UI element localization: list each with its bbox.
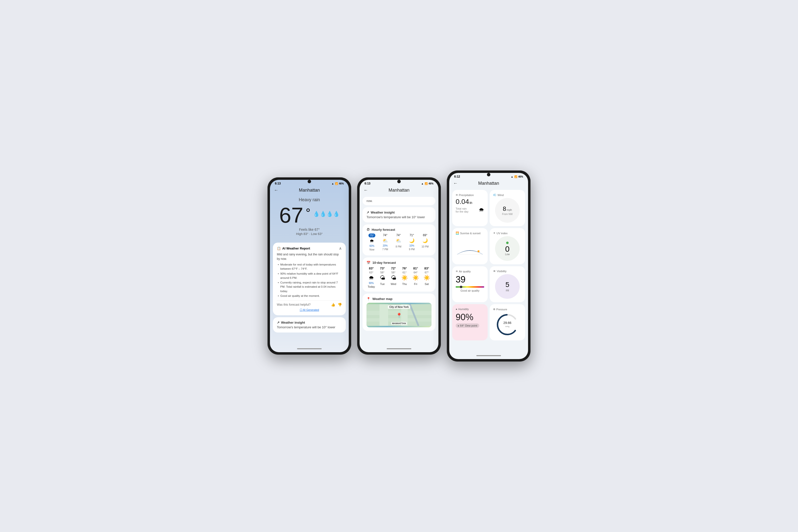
ai-generated-label[interactable]: ⓘ AI Generated xyxy=(277,308,342,312)
pressure-svg: 29.66 inHg xyxy=(495,312,520,337)
dew-point-value: 64° xyxy=(460,324,464,327)
phone-2: 6:13 ▲ 📶 46% ← Manhattan now. ↗ Weather … xyxy=(357,177,441,355)
wifi-icon-2: ▲ xyxy=(421,182,424,185)
forecast-lo-0: 63° xyxy=(369,271,374,274)
uv-value: 0 xyxy=(505,245,510,253)
status-bar-3: 6:12 ▲ 📶 46% xyxy=(449,173,528,179)
precip-value: 0.04 xyxy=(456,198,469,206)
hourly-temp-0: 75° xyxy=(368,233,376,238)
wind-unit: mph xyxy=(507,208,512,211)
svg-rect-4 xyxy=(366,318,432,321)
back-button-1[interactable]: ← xyxy=(274,188,278,193)
collapse-icon[interactable]: ∧ xyxy=(339,246,342,251)
hourly-temp-4: 69° xyxy=(423,233,427,237)
scroll-2[interactable]: now. ↗ Weather insight Tomorrow's temper… xyxy=(360,195,438,345)
hourly-precip-3: 10% xyxy=(409,244,414,247)
vis-value: 5 xyxy=(506,281,509,289)
ai-report-card: 📋 AI Weather Report ∧ Mild and rainy eve… xyxy=(273,243,346,315)
vis-circle: 5 mi xyxy=(495,274,520,299)
humidity-value: 90% xyxy=(456,312,484,322)
status-time-3: 6:12 xyxy=(454,175,460,178)
thumb-down-icon[interactable]: 👎 xyxy=(338,303,342,307)
forecast-hi-1: 73° xyxy=(380,266,385,270)
forecast-icon-3: ☀️ xyxy=(401,274,408,281)
aq-label: ≋ Air quality xyxy=(456,270,484,273)
vis-label: 👁 Visibility xyxy=(493,270,522,273)
hourly-header: ⏱ Hourly forecast xyxy=(366,228,432,231)
pressure-card: ⊕ Pressure 29.66 inHg xyxy=(490,304,525,340)
ai-intro: Mild and rainy evening, but the rain sho… xyxy=(277,252,342,261)
forecast-label-1: Tue xyxy=(380,283,385,285)
svg-point-6 xyxy=(478,250,479,252)
ai-footer: Was this forecast helpful? 👍 👎 ⓘ AI Gene… xyxy=(277,301,342,312)
hourly-scroll[interactable]: 75° 🌧 60% Now 74° ⛅ 20% 7 PM 74° ⛅ xyxy=(366,233,432,252)
pressure-icon: ⊕ xyxy=(493,308,495,311)
forecast-lo-3: 61° xyxy=(402,271,407,274)
partial-ai-card: now. xyxy=(363,197,435,205)
scroll-3[interactable]: ≋ Precipitation 0.04 in Total rainfor th… xyxy=(449,188,528,352)
hourly-temp-2: 74° xyxy=(396,233,401,237)
air-quality-card: ≋ Air quality 39 Good air quality xyxy=(452,266,488,302)
forecast-hi-0: 83° xyxy=(369,266,374,270)
status-bar-2: 6:13 ▲ 📶 46% xyxy=(360,180,438,186)
hourly-weather-icon-4: 🌙 xyxy=(422,238,428,243)
wind-label: 💨 Wind xyxy=(493,193,522,196)
hourly-temp-3: 71° xyxy=(410,233,414,237)
hourly-weather-icon-2: ⛅ xyxy=(396,238,401,243)
screen-2: 6:13 ▲ 📶 46% ← Manhattan now. ↗ Weather … xyxy=(360,180,438,352)
hourly-item-3: 71° 🌙 10% 9 PM xyxy=(406,233,417,251)
weather-map-card: 📍 Weather map City of New York 📍 MANHATT xyxy=(363,293,435,331)
rain-drops-icon: 💧💧💧💧 xyxy=(313,211,340,217)
visibility-card: 👁 Visibility 5 mi xyxy=(490,266,525,302)
forecast-day-5: 83° 67° ☀️ Sat xyxy=(422,266,432,288)
vis-eye-icon: 👁 xyxy=(493,270,496,273)
nav-header-1: ← Manhattan xyxy=(270,186,349,195)
wifi-icon: ▲ xyxy=(331,182,334,185)
ai-bullet-2: Currently raining, expect rain to stop a… xyxy=(278,281,342,293)
hourly-icon: ⏱ xyxy=(366,228,370,231)
phone-1: 6:13 ▲ 📶 46% ← Manhattan Heavy rain 67 °… xyxy=(267,177,351,355)
weather-insight-card-2: ↗ Weather insight Tomorrow's temperature… xyxy=(363,207,435,223)
status-icons-2: ▲ 📶 46% xyxy=(421,182,434,185)
scroll-1[interactable]: Heavy rain 67 ° 💧💧💧💧 Feels like 67° High… xyxy=(270,195,349,345)
sunrise-card: 🌅 Sunrise & sunset xyxy=(452,228,488,264)
sunrise-label: 🌅 Sunrise & sunset xyxy=(456,231,484,235)
battery-label-3: 46% xyxy=(518,175,523,178)
forecast-icon-4: ☀️ xyxy=(412,274,419,281)
aq-icon: ≋ xyxy=(456,270,458,273)
ai-icon: 📋 xyxy=(277,247,281,250)
forecast-day-2: 72° 58° 🌤 Wed xyxy=(389,266,398,288)
hourly-item-2: 74° ⛅ 8 PM xyxy=(393,233,404,251)
back-button-2[interactable]: ← xyxy=(363,188,368,193)
map-header: 📍 Weather map xyxy=(366,297,432,301)
map-preview[interactable]: City of New York 📍 MANHATTAN xyxy=(366,303,432,327)
forecast-icon-5: ☀️ xyxy=(423,274,430,281)
hourly-weather-icon-1: ⛅ xyxy=(382,238,388,243)
vis-unit: mi xyxy=(506,289,509,292)
home-indicator-1 xyxy=(270,345,349,352)
forecast-precip-0: 90% xyxy=(369,282,374,284)
precip-label: ≋ Precipitation xyxy=(456,193,484,196)
screen-1: 6:13 ▲ 📶 46% ← Manhattan Heavy rain 67 °… xyxy=(270,180,349,352)
pressure-label: ⊕ Pressure xyxy=(493,308,522,311)
home-bar-3 xyxy=(476,355,501,356)
pressure-gauge: 29.66 inHg xyxy=(495,312,520,337)
uv-circle: 0 Low xyxy=(495,236,520,261)
back-button-3[interactable]: ← xyxy=(453,181,458,186)
weather-insight-card-1: ↗ Weather insight Tomorrow's temperature… xyxy=(273,317,346,332)
wifi-icon-3: ▲ xyxy=(511,175,513,178)
ten-day-forecast-card: 📅 10-day forecast 83° 63° 🌧 90% Today 73… xyxy=(363,258,435,291)
temperature: 67 xyxy=(279,205,303,226)
status-bar-1: 6:13 ▲ 📶 46% xyxy=(270,180,349,186)
info-icon: ⓘ xyxy=(300,308,302,311)
insight-title-1: ↗ Weather insight xyxy=(277,321,342,324)
forecast-icon-0: 🌧 xyxy=(369,274,374,281)
thumb-up-icon[interactable]: 👍 xyxy=(331,303,335,307)
uv-label: ☀ UV index xyxy=(493,231,522,235)
hourly-time-4: 10 PM xyxy=(422,245,429,248)
status-icons-3: ▲ 📶 46% xyxy=(511,175,523,178)
forecast-label-3: Thu xyxy=(402,283,407,285)
hourly-item-0: 75° 🌧 60% Now xyxy=(366,233,377,251)
precip-sub: Total rainfor the day xyxy=(456,207,469,213)
battery-label-2: 46% xyxy=(429,182,434,185)
